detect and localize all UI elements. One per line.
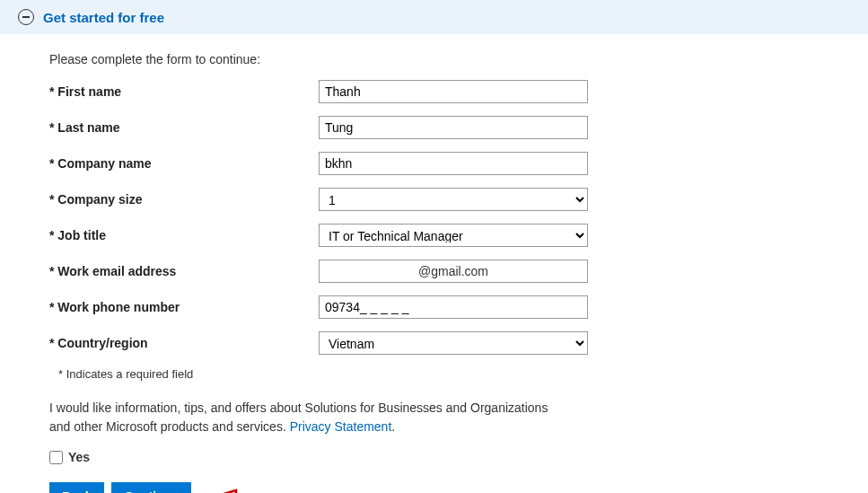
input-last-name[interactable] (319, 116, 588, 139)
required-note: * Indicates a required field (58, 367, 758, 381)
label-job-title: * Job title (49, 228, 319, 242)
back-button[interactable]: Back (49, 482, 104, 493)
header-title[interactable]: Get started for free (43, 10, 164, 25)
button-row: Back Continue (49, 482, 758, 493)
row-job-title: * Job title IT or Technical Manager (49, 224, 758, 247)
row-last-name: * Last name (49, 116, 758, 139)
collapse-minus-icon[interactable] (18, 9, 34, 25)
privacy-link[interactable]: Privacy Statement (290, 419, 392, 434)
consent-checkbox-label: Yes (68, 450, 90, 464)
checkbox-row: Yes (49, 450, 758, 464)
label-last-name: * Last name (49, 120, 319, 135)
continue-button[interactable]: Continue (111, 482, 191, 493)
header-bar: Get started for free (0, 0, 868, 34)
row-company-size: * Company size 1 (49, 188, 758, 211)
input-first-name[interactable] (319, 80, 588, 103)
input-work-phone[interactable] (319, 295, 588, 319)
form-container: Please complete the form to continue: * … (0, 34, 808, 493)
row-country: * Country/region Vietnam (49, 331, 758, 355)
email-value: @gmail.com (418, 264, 488, 278)
input-company-name[interactable] (319, 152, 588, 175)
consent-text: I would like information, tips, and offe… (49, 399, 552, 436)
arrow-annotation-icon (209, 483, 281, 493)
row-company-name: * Company name (49, 152, 758, 175)
label-country: * Country/region (49, 336, 319, 350)
select-job-title[interactable]: IT or Technical Manager (319, 224, 588, 247)
row-work-email: * Work email address @gmail.com (49, 260, 758, 283)
label-work-email: * Work email address (49, 264, 319, 278)
label-first-name: * First name (49, 84, 319, 99)
select-company-size[interactable]: 1 (319, 188, 588, 211)
label-company-size: * Company size (49, 192, 319, 207)
row-first-name: * First name (49, 80, 758, 103)
label-company-name: * Company name (49, 156, 319, 171)
consent-checkbox[interactable] (49, 451, 63, 464)
form-intro: Please complete the form to continue: (49, 52, 758, 66)
row-work-phone: * Work phone number (49, 295, 758, 319)
select-country[interactable]: Vietnam (319, 331, 588, 355)
input-work-email[interactable]: @gmail.com (319, 260, 588, 283)
label-work-phone: * Work phone number (49, 300, 319, 314)
